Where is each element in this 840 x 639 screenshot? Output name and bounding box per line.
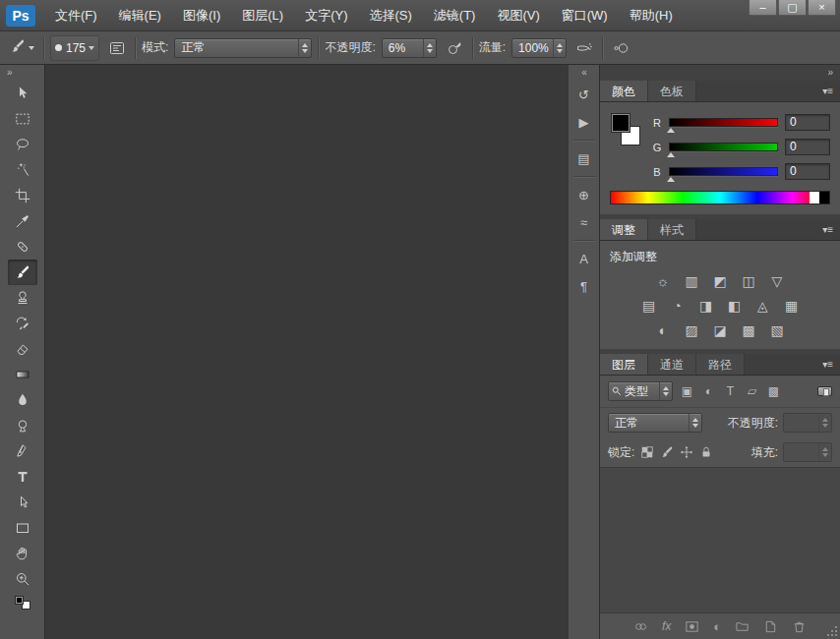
airbrush-button[interactable] [572, 36, 596, 60]
layer-filter-toggle[interactable] [817, 386, 832, 396]
menu-help[interactable]: 帮助(H) [619, 0, 684, 30]
posterize-icon[interactable]: ▨ [682, 321, 702, 338]
move-tool[interactable] [8, 81, 37, 106]
color-spectrum-ramp[interactable] [610, 191, 830, 204]
path-selection-tool[interactable] [8, 490, 37, 515]
blue-slider[interactable] [669, 167, 778, 176]
threshold-icon[interactable]: ◪ [710, 321, 731, 338]
add-layer-mask-icon[interactable] [685, 619, 699, 634]
rectangle-tool[interactable] [8, 515, 37, 541]
minimize-button[interactable]: – [749, 0, 777, 16]
tab-channels[interactable]: 通道 [648, 354, 696, 375]
filter-pixel-layers-icon[interactable]: ▣ [680, 384, 694, 398]
flow-select[interactable]: 100% [511, 38, 567, 58]
character-panel-icon[interactable]: A [571, 246, 597, 271]
foreground-color-mini-swatch[interactable] [15, 596, 24, 605]
color-balance-icon[interactable]: ◔ [667, 297, 688, 314]
info-panel-icon[interactable]: ⊕ [571, 182, 597, 207]
layers-list[interactable] [600, 467, 840, 613]
dock-collapse-chevron[interactable]: » [600, 65, 840, 81]
black-white-icon[interactable]: ◨ [695, 297, 716, 314]
hue-saturation-icon[interactable]: ▤ [638, 297, 659, 314]
mode-select[interactable]: 正常 [174, 38, 312, 58]
levels-icon[interactable]: ▥ [682, 272, 702, 289]
exposure-icon[interactable]: ◫ [739, 272, 759, 289]
actions-panel-icon[interactable]: ▶ [571, 109, 597, 135]
toolbar-collapse-chevron[interactable]: » [0, 65, 12, 81]
menu-layer[interactable]: 图层(L) [231, 0, 294, 30]
new-group-icon[interactable] [735, 619, 750, 634]
horizontal-type-tool[interactable] [8, 464, 37, 490]
layer-opacity-select[interactable] [783, 413, 832, 433]
menu-type[interactable]: 文字(Y) [294, 0, 358, 30]
layers-panel-menu-icon[interactable]: ▾≡ [815, 354, 840, 375]
rectangular-marquee-tool[interactable] [8, 106, 37, 132]
blur-tool[interactable] [8, 387, 37, 413]
link-layers-icon[interactable] [633, 619, 648, 634]
adjustments-panel-menu-icon[interactable]: ▾≡ [815, 219, 840, 240]
zoom-tool[interactable] [8, 566, 37, 592]
foreground-background-colors[interactable] [15, 596, 30, 610]
foreground-color-swatch[interactable] [611, 113, 630, 133]
photo-filter-icon[interactable]: ◧ [724, 297, 745, 314]
hand-tool[interactable] [8, 541, 37, 566]
filter-shape-layers-icon[interactable]: ▱ [745, 384, 759, 398]
histogram-panel-icon[interactable]: ≈ [571, 209, 597, 235]
menu-filter[interactable]: 滤镜(T) [423, 0, 487, 30]
eraser-tool[interactable] [8, 336, 37, 362]
delete-layer-icon[interactable] [792, 619, 807, 634]
menu-window[interactable]: 窗口(W) [551, 0, 619, 30]
tab-adjustments[interactable]: 调整 [600, 219, 648, 240]
maximize-button[interactable]: ▢ [778, 0, 807, 16]
quick-selection-tool[interactable] [8, 157, 37, 183]
properties-panel-icon[interactable]: ▤ [571, 145, 597, 171]
dodge-tool[interactable] [8, 413, 37, 438]
new-layer-icon[interactable] [763, 619, 778, 634]
blend-mode-select[interactable]: 正常 [608, 413, 702, 433]
eyedropper-tool[interactable] [8, 208, 37, 234]
tab-paths[interactable]: 路径 [696, 354, 745, 375]
menu-select[interactable]: 选择(S) [358, 0, 422, 30]
resize-grip[interactable] [827, 626, 837, 636]
spectrum-black-swatch[interactable] [819, 192, 829, 203]
invert-icon[interactable]: ◐ [653, 321, 674, 338]
filter-kind-select[interactable]: 类型 [608, 381, 673, 401]
new-adjustment-layer-icon[interactable]: ◐ [713, 619, 721, 634]
canvas[interactable] [45, 65, 569, 639]
slider-thumb[interactable] [667, 152, 675, 157]
crop-tool[interactable] [8, 183, 37, 208]
history-panel-icon[interactable]: ↺ [571, 82, 597, 107]
lock-transparency-icon[interactable] [640, 445, 654, 459]
red-slider[interactable] [669, 118, 778, 127]
tab-color[interactable]: 颜色 [600, 81, 648, 101]
menu-file[interactable]: 文件(F) [44, 0, 108, 30]
slider-thumb[interactable] [667, 128, 675, 133]
brush-tool[interactable] [8, 260, 37, 285]
blue-value-field[interactable]: 0 [785, 163, 830, 180]
slider-thumb[interactable] [667, 177, 675, 182]
close-button[interactable]: × [808, 0, 836, 16]
layer-style-fx-icon[interactable]: fx [662, 619, 671, 633]
menu-view[interactable]: 视图(V) [486, 0, 550, 30]
lock-all-icon[interactable] [699, 445, 713, 459]
channel-mixer-icon[interactable]: ◬ [752, 297, 773, 314]
selective-color-icon[interactable]: ▧ [767, 321, 788, 338]
lock-pixels-icon[interactable] [660, 445, 674, 459]
toggle-brush-panel-button[interactable] [105, 36, 129, 60]
green-slider[interactable] [669, 143, 778, 151]
dock-expand-chevron[interactable]: « [581, 65, 586, 81]
tab-layers[interactable]: 图层 [600, 354, 648, 375]
spot-healing-brush-tool[interactable] [8, 234, 37, 260]
green-value-field[interactable]: 0 [785, 139, 830, 155]
color-lookup-icon[interactable]: ▦ [781, 297, 802, 314]
vibrance-icon[interactable]: ▽ [767, 272, 788, 289]
gradient-tool[interactable] [8, 362, 37, 387]
pressure-size-button[interactable] [609, 36, 632, 60]
filter-smart-object-layers-icon[interactable]: ▩ [766, 384, 781, 398]
curves-icon[interactable]: ◩ [710, 272, 731, 289]
color-panel-menu-icon[interactable]: ▾≡ [815, 81, 840, 101]
filter-adjustment-layers-icon[interactable]: ◐ [701, 384, 716, 398]
red-value-field[interactable]: 0 [785, 114, 830, 131]
tab-swatches[interactable]: 色板 [648, 81, 696, 101]
brush-preset-picker[interactable]: 175 [50, 35, 99, 61]
